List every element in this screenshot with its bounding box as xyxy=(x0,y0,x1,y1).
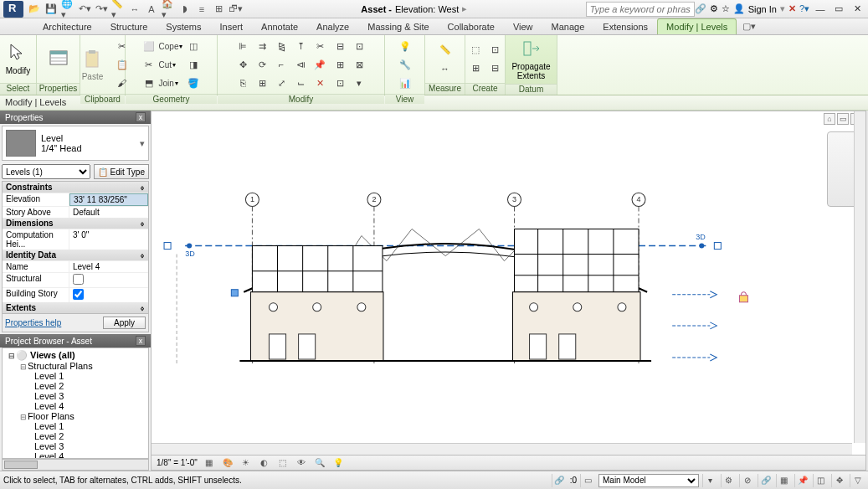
tree-item[interactable]: Level 3 xyxy=(4,391,146,401)
join-icon[interactable]: ⬒ xyxy=(140,74,158,92)
scale-icon[interactable]: ⤢ xyxy=(272,74,290,92)
measure-icon[interactable]: 📏▾ xyxy=(110,2,126,17)
tree-item[interactable]: Level 1 xyxy=(4,421,146,431)
workset-icon[interactable]: 🔗 xyxy=(552,474,567,487)
dimension-icon[interactable]: ↔ xyxy=(127,2,142,17)
group-dimensions[interactable]: Dimensions⬨ xyxy=(3,218,148,229)
drag-elements-icon[interactable]: ✥ xyxy=(831,474,846,487)
mirror-pick-icon[interactable]: ⧏ xyxy=(291,55,310,74)
tree-item[interactable]: Level 4 xyxy=(4,401,146,411)
align-grid4-icon[interactable]: ⊠ xyxy=(350,55,368,74)
switch-windows-icon[interactable]: 🗗▾ xyxy=(228,2,243,17)
elevation-field[interactable]: 33' 11 83/256" xyxy=(69,193,148,206)
search-input[interactable] xyxy=(586,2,695,17)
hide-icon[interactable]: 💡 xyxy=(396,37,414,55)
main-model-selector[interactable]: Main Model xyxy=(598,474,699,487)
move-icon[interactable]: ✥ xyxy=(234,55,252,74)
offset-icon[interactable]: ⇉ xyxy=(253,37,271,55)
instance-selector[interactable]: Levels (1) xyxy=(2,164,90,179)
browser-header[interactable]: Project Browser - Asset x xyxy=(0,334,151,347)
select-pinned-icon[interactable]: 📌 xyxy=(794,474,809,487)
tab-manage[interactable]: Manage xyxy=(542,18,594,34)
edit-type-button[interactable]: 📋 Edit Type xyxy=(94,164,149,179)
modify-button[interactable]: Modify xyxy=(0,41,37,77)
tree-root[interactable]: ⊟⚪ Views (all) xyxy=(4,350,146,361)
align-grid5-icon[interactable]: ⊡ xyxy=(331,74,349,92)
comm-center-icon[interactable]: 🔗 xyxy=(695,3,706,14)
redo-icon[interactable]: ↷▾ xyxy=(94,2,109,17)
user-icon[interactable]: 👤 xyxy=(733,3,745,14)
paste-button[interactable]: Paste xyxy=(74,47,111,83)
browser-hscrollbar[interactable] xyxy=(2,459,149,471)
dimension-tool-icon[interactable]: ↔ xyxy=(436,59,455,78)
subscription-icon[interactable]: ⚙ xyxy=(710,3,718,14)
tree-item[interactable]: Level 2 xyxy=(4,381,146,391)
cope-icon[interactable]: ⬜ xyxy=(140,37,158,55)
browser-close-icon[interactable]: x xyxy=(136,336,146,346)
wall-opening-icon[interactable]: ◫ xyxy=(184,37,203,55)
split-face-icon[interactable]: ◨ xyxy=(184,55,203,74)
open-icon[interactable]: 📂 xyxy=(27,2,42,17)
close-views-icon[interactable]: ⊞ xyxy=(211,2,226,17)
building-story-checkbox[interactable] xyxy=(69,288,148,302)
paint-icon[interactable]: 🪣 xyxy=(184,74,203,92)
mirror-axis-icon[interactable]: ⧎ xyxy=(272,37,290,55)
editable-only-icon[interactable]: ▭ xyxy=(580,474,595,487)
minimize-button[interactable]: — xyxy=(813,3,828,16)
tab-view[interactable]: View xyxy=(504,18,542,34)
tree-item[interactable]: Level 2 xyxy=(4,431,146,441)
view-vscrollbar[interactable] xyxy=(854,111,865,443)
create-similar-icon[interactable]: ⬚ xyxy=(466,41,485,59)
undo-icon[interactable]: ↶▾ xyxy=(77,2,92,17)
align-grid3-icon[interactable]: ⊞ xyxy=(331,55,349,74)
tab-analyze[interactable]: Analyze xyxy=(307,18,358,34)
visual-style-icon[interactable]: 🎨 xyxy=(221,457,234,469)
crop-icon[interactable]: ⬚ xyxy=(276,457,290,469)
ribbon-minimize-icon[interactable]: ▢▾ xyxy=(742,18,757,34)
tab-insert[interactable]: Insert xyxy=(211,18,253,34)
type-selector[interactable]: Level 1/4" Head ▾ xyxy=(2,126,149,161)
3d-icon[interactable]: 🏠▾ xyxy=(161,2,176,17)
computation-height-field[interactable]: 3' 0" xyxy=(69,229,148,250)
override-icon[interactable]: 🔧 xyxy=(396,55,414,74)
properties-header[interactable]: Properties x xyxy=(0,111,151,124)
tab-architecture[interactable]: Architecture xyxy=(33,18,101,34)
filter-icon[interactable]: ▾ xyxy=(702,474,717,487)
help-icon[interactable]: ?▾ xyxy=(799,3,809,14)
select-underlay-icon[interactable]: ▦ xyxy=(776,474,791,487)
text-icon[interactable]: A xyxy=(144,2,159,17)
properties-help-link[interactable]: Properties help xyxy=(5,318,61,327)
select-face-icon[interactable]: ◫ xyxy=(813,474,828,487)
shadows-icon[interactable]: ◐ xyxy=(258,457,271,469)
array-icon[interactable]: ⊞ xyxy=(253,74,271,92)
sign-in-link[interactable]: Sign In xyxy=(748,4,777,14)
align-grid6-icon[interactable]: ▾ xyxy=(350,74,368,92)
split-icon[interactable]: ✂ xyxy=(311,37,329,55)
unpin-icon[interactable]: 📌 xyxy=(311,55,329,74)
group-extents[interactable]: Extents⬨ xyxy=(3,302,148,313)
exchange-icon[interactable]: ✕ xyxy=(788,3,796,14)
align-icon[interactable]: ⊫ xyxy=(234,37,252,55)
group-identity[interactable]: Identity Data⬨ xyxy=(3,250,148,260)
cut-geom-icon[interactable]: ✂ xyxy=(140,55,158,74)
tab-annotate[interactable]: Annotate xyxy=(252,18,307,34)
save-icon[interactable]: 💾 xyxy=(44,2,59,17)
exclude-icon[interactable]: ⊘ xyxy=(739,474,754,487)
design-options-icon[interactable]: ⚙ xyxy=(721,474,736,487)
tab-structure[interactable]: Structure xyxy=(101,18,157,34)
propagate-extents-button[interactable]: Propagate Extents xyxy=(513,37,550,82)
detail-level-icon[interactable]: ▦ xyxy=(203,457,216,469)
selection-filter-icon[interactable]: ▽ xyxy=(850,474,865,487)
assembly-icon[interactable]: ⊞ xyxy=(466,59,485,78)
apply-button[interactable]: Apply xyxy=(103,317,146,329)
tab-modify-levels[interactable]: Modify | Levels xyxy=(657,18,737,34)
restore-button[interactable]: ▭ xyxy=(831,3,846,16)
close-button[interactable]: ✕ xyxy=(850,3,865,16)
reveal-icon[interactable]: 💡 xyxy=(331,457,345,469)
hide-isolate-icon[interactable]: 🔍 xyxy=(313,457,326,469)
view-scale[interactable]: 1/8" = 1'-0" xyxy=(157,458,198,467)
align-grid-icon[interactable]: ⊟ xyxy=(331,37,349,55)
tab-systems[interactable]: Systems xyxy=(157,18,210,34)
tree-floor-plans[interactable]: ⊟Floor Plans xyxy=(4,411,146,421)
thin-lines-icon[interactable]: ≡ xyxy=(194,2,209,17)
